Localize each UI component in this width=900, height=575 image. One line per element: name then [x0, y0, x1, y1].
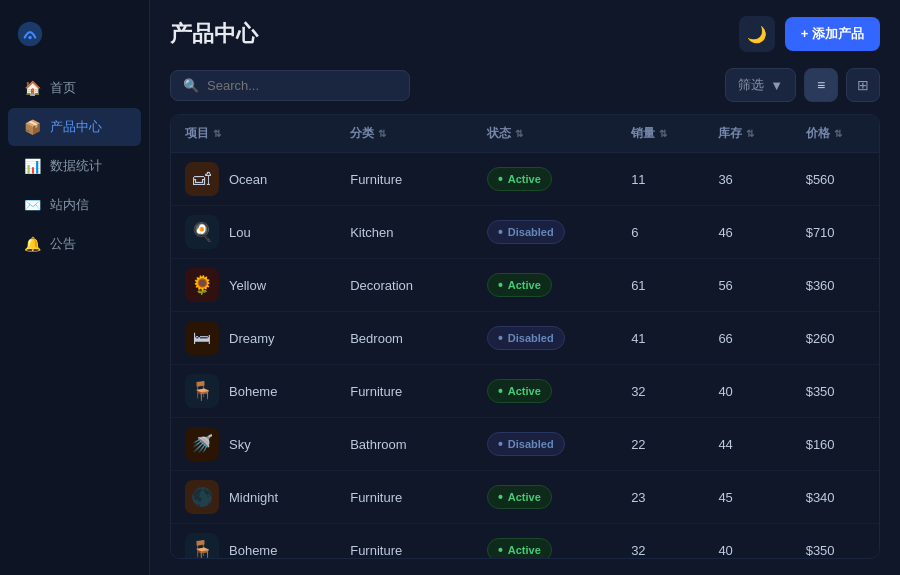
- sidebar-icon-4: 🔔: [24, 236, 40, 252]
- col-header-category[interactable]: 分类⇅: [336, 115, 473, 153]
- table-row[interactable]: 🪑 Boheme Furniture Active 32 40 $350: [171, 365, 879, 418]
- product-emoji: 🛋: [193, 169, 211, 190]
- sidebar-label-1: 产品中心: [50, 118, 102, 136]
- page-title: 产品中心: [170, 19, 258, 49]
- grid-view-button[interactable]: ⊞: [846, 68, 880, 102]
- table-row[interactable]: 🪑 Boheme Furniture Active 32 40 $350: [171, 524, 879, 560]
- product-name: Boheme: [229, 384, 277, 399]
- product-price-cell: $560: [792, 153, 879, 206]
- product-category-cell: Furniture: [336, 365, 473, 418]
- product-stock-cell: 40: [704, 524, 791, 560]
- product-status-cell: Active: [473, 365, 617, 418]
- sidebar-label-3: 站内信: [50, 196, 89, 214]
- product-avatar: 🛏: [185, 321, 219, 355]
- product-emoji: 🪑: [191, 380, 213, 402]
- product-name-cell: 🍳 Lou: [171, 206, 336, 259]
- col-header-status[interactable]: 状态⇅: [473, 115, 617, 153]
- product-price-cell: $360: [792, 259, 879, 312]
- product-emoji: 🛏: [193, 328, 211, 349]
- theme-toggle-button[interactable]: 🌙: [739, 16, 775, 52]
- product-sales-cell: 6: [617, 206, 704, 259]
- toolbar-right: 筛选 ▼ ≡ ⊞: [725, 68, 880, 102]
- product-name: Boheme: [229, 543, 277, 558]
- table-row[interactable]: 🍳 Lou Kitchen Disabled 6 46 $710: [171, 206, 879, 259]
- product-status-cell: Disabled: [473, 312, 617, 365]
- filter-button[interactable]: 筛选 ▼: [725, 68, 796, 102]
- product-stock-cell: 46: [704, 206, 791, 259]
- product-avatar: 🚿: [185, 427, 219, 461]
- sort-icon-sales: ⇅: [659, 128, 667, 139]
- search-input[interactable]: [207, 78, 397, 93]
- sidebar-icon-0: 🏠: [24, 80, 40, 96]
- status-badge: Disabled: [487, 432, 565, 456]
- status-badge: Active: [487, 167, 552, 191]
- product-price-cell: $710: [792, 206, 879, 259]
- table-row[interactable]: 🌻 Yellow Decoration Active 61 56 $360: [171, 259, 879, 312]
- product-stock-cell: 36: [704, 153, 791, 206]
- sidebar-label-4: 公告: [50, 235, 76, 253]
- product-category-cell: Furniture: [336, 524, 473, 560]
- product-avatar: 🛋: [185, 162, 219, 196]
- product-status-cell: Active: [473, 259, 617, 312]
- product-name: Dreamy: [229, 331, 275, 346]
- sidebar-item-产品中心[interactable]: 📦 产品中心: [8, 108, 141, 146]
- col-header-sales[interactable]: 销量⇅: [617, 115, 704, 153]
- product-sales-cell: 41: [617, 312, 704, 365]
- list-view-button[interactable]: ≡: [804, 68, 838, 102]
- header-actions: 🌙 + 添加产品: [739, 16, 880, 52]
- table-row[interactable]: 🚿 Sky Bathroom Disabled 22 44 $160: [171, 418, 879, 471]
- product-status-cell: Disabled: [473, 418, 617, 471]
- table-row[interactable]: 🛋 Ocean Furniture Active 11 36 $560: [171, 153, 879, 206]
- product-stock-cell: 56: [704, 259, 791, 312]
- sidebar-icon-2: 📊: [24, 158, 40, 174]
- product-price-cell: $160: [792, 418, 879, 471]
- col-header-price[interactable]: 价格⇅: [792, 115, 879, 153]
- product-category-cell: Bedroom: [336, 312, 473, 365]
- product-emoji: 🚿: [191, 433, 213, 455]
- toolbar: 🔍 筛选 ▼ ≡ ⊞: [170, 68, 880, 102]
- product-table-wrap: 项目⇅分类⇅状态⇅销量⇅库存⇅价格⇅ 🛋 Ocean Furniture Act…: [170, 114, 880, 559]
- product-name-cell: 🪑 Boheme: [171, 365, 336, 418]
- add-product-button[interactable]: + 添加产品: [785, 17, 880, 51]
- status-badge: Disabled: [487, 326, 565, 350]
- product-category-cell: Furniture: [336, 153, 473, 206]
- product-status-cell: Active: [473, 153, 617, 206]
- product-price-cell: $340: [792, 471, 879, 524]
- product-name: Yellow: [229, 278, 266, 293]
- product-stock-cell: 66: [704, 312, 791, 365]
- search-box: 🔍: [170, 70, 410, 101]
- product-avatar: 🍳: [185, 215, 219, 249]
- sidebar-item-首页[interactable]: 🏠 首页: [8, 69, 141, 107]
- logo: [0, 16, 149, 68]
- product-price-cell: $350: [792, 524, 879, 560]
- table-row[interactable]: 🛏 Dreamy Bedroom Disabled 41 66 $260: [171, 312, 879, 365]
- product-status-cell: Active: [473, 524, 617, 560]
- product-category-cell: Furniture: [336, 471, 473, 524]
- product-table: 项目⇅分类⇅状态⇅销量⇅库存⇅价格⇅ 🛋 Ocean Furniture Act…: [171, 115, 879, 559]
- sidebar-icon-3: ✉️: [24, 197, 40, 213]
- product-price-cell: $260: [792, 312, 879, 365]
- product-avatar: 🪑: [185, 533, 219, 559]
- sort-icon-status: ⇅: [515, 128, 523, 139]
- sidebar-item-数据统计[interactable]: 📊 数据统计: [8, 147, 141, 185]
- sort-icon-category: ⇅: [378, 128, 386, 139]
- sidebar-item-公告[interactable]: 🔔 公告: [8, 225, 141, 263]
- sort-icon-name: ⇅: [213, 128, 221, 139]
- sidebar-label-0: 首页: [50, 79, 76, 97]
- product-name-cell: 🌑 Midnight: [171, 471, 336, 524]
- product-avatar: 🌻: [185, 268, 219, 302]
- product-emoji: 🌑: [191, 486, 213, 508]
- status-badge: Active: [487, 379, 552, 403]
- table-row[interactable]: 🌑 Midnight Furniture Active 23 45 $340: [171, 471, 879, 524]
- product-avatar: 🪑: [185, 374, 219, 408]
- col-header-stock[interactable]: 库存⇅: [704, 115, 791, 153]
- product-avatar: 🌑: [185, 480, 219, 514]
- product-stock-cell: 45: [704, 471, 791, 524]
- product-price-cell: $350: [792, 365, 879, 418]
- product-sales-cell: 23: [617, 471, 704, 524]
- product-name-cell: 🚿 Sky: [171, 418, 336, 471]
- product-name: Sky: [229, 437, 251, 452]
- product-status-cell: Active: [473, 471, 617, 524]
- col-header-name[interactable]: 项目⇅: [171, 115, 336, 153]
- sidebar-item-站内信[interactable]: ✉️ 站内信: [8, 186, 141, 224]
